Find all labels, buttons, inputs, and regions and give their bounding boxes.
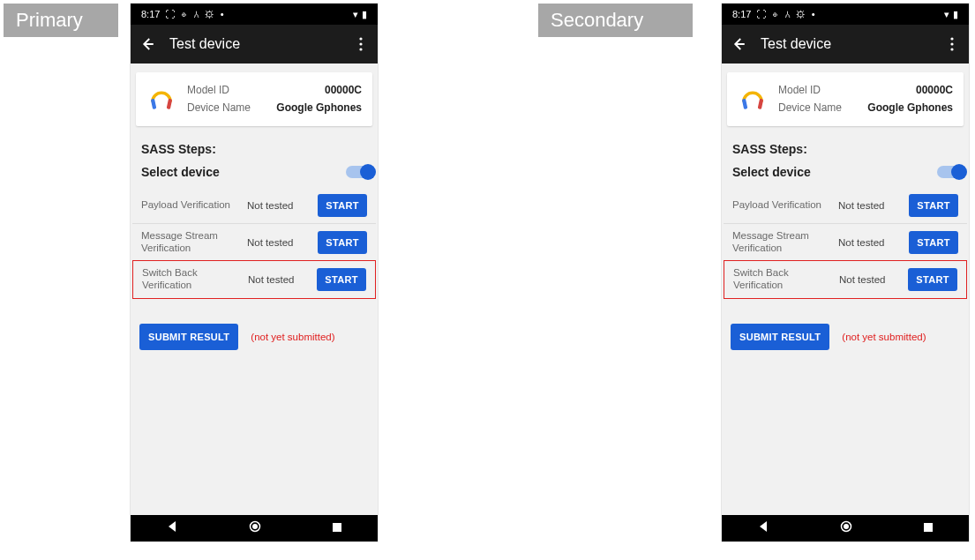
nav-recent-icon[interactable] xyxy=(923,520,934,536)
test-status: Not tested xyxy=(838,237,909,248)
test-status: Not tested xyxy=(839,274,908,285)
svg-rect-3 xyxy=(151,99,157,110)
device-name-label: Device Name xyxy=(187,99,276,116)
start-button-payload[interactable]: START xyxy=(318,194,367,217)
svg-point-14 xyxy=(844,524,849,529)
test-status: Not tested xyxy=(247,200,318,211)
app-bar: Test device xyxy=(131,25,378,63)
select-device-toggle[interactable] xyxy=(346,166,372,178)
device-info-card: Model ID Device Name 00000C Google Gphon… xyxy=(136,72,372,126)
android-nav-bar xyxy=(722,515,969,541)
test-row-payload: Payload Verification Not tested START xyxy=(724,188,967,223)
select-device-label: Select device xyxy=(141,165,220,179)
submit-status: (not yet submitted) xyxy=(251,332,334,342)
headphones-icon xyxy=(146,84,176,114)
start-button-switchback[interactable]: START xyxy=(317,268,366,291)
model-id-value: 00000C xyxy=(867,81,953,99)
sass-steps-title: SASS Steps: xyxy=(131,135,378,160)
back-arrow-icon[interactable] xyxy=(139,36,155,52)
phone-secondary: 8:17 ⛶ ⊛ ⅄ ⚙ • ▾ ▮ Test device Model ID … xyxy=(722,4,969,541)
model-id-label: Model ID xyxy=(778,81,867,99)
start-button-msgstream[interactable]: START xyxy=(318,231,367,254)
test-status: Not tested xyxy=(247,237,318,248)
status-icons-left: ⛶ ⊛ ⅄ ⚙ • xyxy=(756,9,816,19)
start-button-payload[interactable]: START xyxy=(909,194,958,217)
svg-rect-12 xyxy=(758,99,764,110)
test-name: Message Stream Verification xyxy=(732,230,838,255)
svg-point-9 xyxy=(950,42,953,45)
start-button-switchback[interactable]: START xyxy=(908,268,957,291)
wifi-icon: ▾ xyxy=(353,9,358,20)
device-name-value: Google Gphones xyxy=(867,99,953,116)
svg-rect-15 xyxy=(924,523,933,532)
status-time: 8:17 xyxy=(141,9,160,19)
overflow-menu-icon[interactable] xyxy=(353,37,369,51)
nav-back-icon[interactable] xyxy=(166,520,178,536)
app-bar: Test device xyxy=(722,25,969,63)
svg-point-6 xyxy=(252,524,258,529)
test-row-msgstream: Message Stream Verification Not tested S… xyxy=(132,223,376,261)
wifi-icon: ▾ xyxy=(944,9,949,20)
svg-point-0 xyxy=(359,37,362,40)
test-row-switchback: Switch Back Verification Not tested STAR… xyxy=(132,260,376,299)
test-name: Switch Back Verification xyxy=(733,267,839,292)
test-row-payload: Payload Verification Not tested START xyxy=(132,188,376,223)
nav-home-icon[interactable] xyxy=(840,520,852,536)
sass-steps-title: SASS Steps: xyxy=(722,135,969,160)
model-id-value: 00000C xyxy=(276,81,362,99)
start-button-msgstream[interactable]: START xyxy=(909,231,958,254)
appbar-title: Test device xyxy=(169,36,339,52)
label-secondary: Secondary xyxy=(538,4,693,37)
nav-home-icon[interactable] xyxy=(249,520,261,536)
phone-primary: 8:17 ⛶ ⊛ ⅄ ⚙ • ▾ ▮ Test device Model ID … xyxy=(131,4,378,541)
overflow-menu-icon[interactable] xyxy=(944,37,960,51)
submit-result-button[interactable]: SUBMIT RESULT xyxy=(139,324,238,350)
svg-point-10 xyxy=(950,48,953,50)
test-name: Switch Back Verification xyxy=(142,267,248,292)
svg-point-1 xyxy=(359,42,362,45)
nav-back-icon[interactable] xyxy=(757,520,769,536)
test-status: Not tested xyxy=(248,274,317,285)
select-device-label: Select device xyxy=(732,165,811,179)
test-name: Message Stream Verification xyxy=(141,230,247,255)
status-time: 8:17 xyxy=(732,9,751,19)
label-primary: Primary xyxy=(4,4,118,37)
svg-point-2 xyxy=(359,48,362,50)
submit-status: (not yet submitted) xyxy=(842,332,926,342)
svg-rect-7 xyxy=(333,523,341,532)
test-name: Payload Verification xyxy=(141,199,247,212)
back-arrow-icon[interactable] xyxy=(731,36,746,52)
battery-icon: ▮ xyxy=(953,9,958,20)
device-name-value: Google Gphones xyxy=(276,99,362,116)
select-device-toggle[interactable] xyxy=(937,166,964,178)
test-status: Not tested xyxy=(838,200,909,211)
nav-recent-icon[interactable] xyxy=(332,520,342,536)
device-info-card: Model ID Device Name 00000C Google Gphon… xyxy=(727,72,964,126)
appbar-title: Test device xyxy=(761,36,930,52)
test-row-msgstream: Message Stream Verification Not tested S… xyxy=(724,223,967,261)
status-bar: 8:17 ⛶ ⊛ ⅄ ⚙ • ▾ ▮ xyxy=(722,4,969,25)
status-bar: 8:17 ⛶ ⊛ ⅄ ⚙ • ▾ ▮ xyxy=(131,4,378,25)
headphones-icon xyxy=(738,84,768,114)
svg-rect-11 xyxy=(742,99,748,110)
test-name: Payload Verification xyxy=(732,199,838,212)
submit-result-button[interactable]: SUBMIT RESULT xyxy=(731,324,829,350)
status-icons-left: ⛶ ⊛ ⅄ ⚙ • xyxy=(165,9,225,19)
svg-point-8 xyxy=(950,37,953,40)
android-nav-bar xyxy=(131,515,378,541)
test-row-switchback: Switch Back Verification Not tested STAR… xyxy=(724,260,967,299)
device-name-label: Device Name xyxy=(778,99,867,116)
battery-icon: ▮ xyxy=(362,9,367,20)
svg-rect-4 xyxy=(167,99,173,110)
model-id-label: Model ID xyxy=(187,81,276,99)
